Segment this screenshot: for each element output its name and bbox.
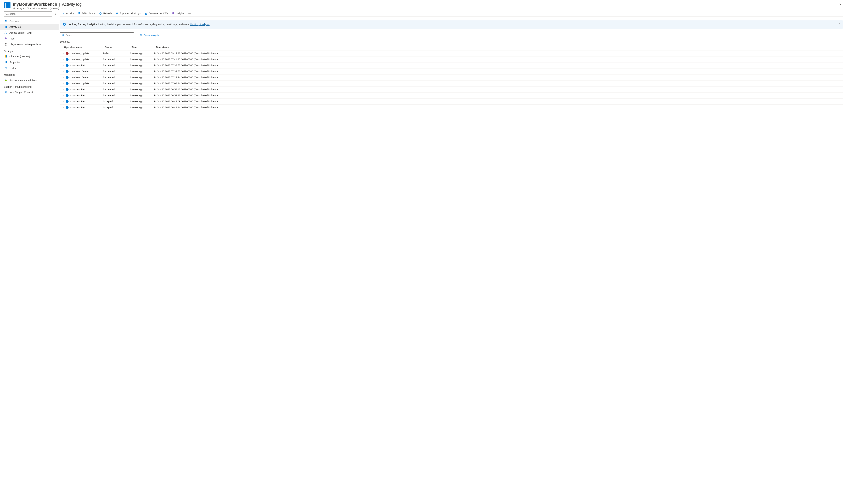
more-icon[interactable]: ··· bbox=[188, 12, 191, 15]
operation-name: instances_Patch bbox=[70, 64, 87, 67]
sidebar-item-label: Properties bbox=[10, 61, 20, 64]
table-row[interactable]: ›instances_PatchSucceeded2 weeks agoFri … bbox=[60, 92, 843, 98]
refresh-button[interactable]: Refresh bbox=[99, 12, 112, 15]
svg-point-54 bbox=[67, 89, 67, 89]
sidebar-search-input[interactable] bbox=[8, 13, 51, 15]
table-row[interactable]: ›chambers_DeleteSucceeded2 weeks agoFri … bbox=[60, 68, 843, 74]
operation-name: chambers_Update bbox=[70, 82, 89, 85]
table-row[interactable]: ›instances_PatchAccepted2 weeks agoFri J… bbox=[60, 104, 843, 110]
properties-icon bbox=[4, 61, 7, 64]
operation-name: instances_Patch bbox=[70, 100, 87, 103]
chevron-right-icon[interactable]: › bbox=[62, 106, 65, 109]
chamber-icon bbox=[4, 55, 7, 58]
info-icon bbox=[66, 88, 69, 91]
banner-link[interactable]: Visit Log Analytics bbox=[190, 23, 210, 26]
grid-header: Operation name Status Time Time stamp bbox=[60, 44, 843, 50]
col-operation[interactable]: Operation name bbox=[62, 46, 105, 49]
chevron-right-icon[interactable]: › bbox=[62, 88, 65, 91]
operation-name: chambers_Delete bbox=[70, 76, 88, 79]
operation-name: chambers_Update bbox=[70, 58, 89, 61]
sidebar-item-diagnose[interactable]: Diagnose and solve problems bbox=[0, 41, 58, 47]
edit-columns-button[interactable]: Edit columns bbox=[77, 12, 95, 15]
status-cell: Succeeded bbox=[103, 58, 129, 61]
overview-icon bbox=[4, 20, 7, 23]
dismiss-banner-icon[interactable]: ✕ bbox=[838, 22, 840, 25]
col-time[interactable]: Time bbox=[132, 46, 156, 49]
svg-point-42 bbox=[67, 65, 67, 65]
activity-log-search[interactable] bbox=[60, 32, 134, 38]
svg-point-63 bbox=[67, 107, 67, 107]
timestamp-cell: Fri Jan 20 2023 06:44:09 GMT+0000 (Coord… bbox=[154, 100, 843, 103]
time-cell: 2 weeks ago bbox=[129, 94, 154, 97]
close-icon[interactable]: ✕ bbox=[838, 2, 843, 7]
chevron-right-icon[interactable]: › bbox=[62, 76, 65, 79]
svg-rect-12 bbox=[6, 61, 6, 63]
quick-insights-button[interactable]: Quick Insights bbox=[140, 34, 159, 37]
main-content: Activity Edit columns Refresh Export Act… bbox=[58, 11, 847, 504]
info-icon bbox=[66, 58, 69, 61]
svg-point-3 bbox=[5, 20, 6, 21]
gear-icon bbox=[116, 12, 118, 15]
table-row[interactable]: ›chambers_DeleteSucceeded2 weeks agoFri … bbox=[60, 74, 843, 80]
sidebar-item-locks[interactable]: Locks bbox=[0, 65, 58, 71]
sidebar-item-overview[interactable]: Overview bbox=[0, 18, 58, 24]
sidebar-item-chamber[interactable]: Chamber (preview) bbox=[0, 54, 58, 59]
svg-rect-43 bbox=[67, 65, 67, 66]
col-status[interactable]: Status bbox=[105, 46, 132, 49]
sidebar-item-activity-log[interactable]: Activity log bbox=[0, 24, 58, 30]
resource-name: myModSimWorkbench bbox=[13, 2, 57, 6]
info-icon bbox=[66, 100, 69, 103]
activity-dropdown[interactable]: Activity bbox=[62, 12, 74, 15]
chevron-right-icon[interactable]: › bbox=[62, 100, 65, 103]
export-button[interactable]: Export Activity Logs bbox=[116, 12, 141, 15]
sidebar-item-access-control[interactable]: Access control (IAM) bbox=[0, 30, 58, 36]
operation-name: instances_Patch bbox=[70, 88, 87, 91]
time-cell: 2 weeks ago bbox=[129, 52, 154, 55]
download-csv-button[interactable]: Download as CSV bbox=[144, 12, 168, 15]
timestamp-cell: Fri Jan 20 2023 07:41:20 GMT+0000 (Coord… bbox=[154, 58, 843, 61]
insights-button[interactable]: Insights bbox=[172, 12, 184, 15]
chevron-right-icon[interactable]: › bbox=[62, 52, 65, 55]
svg-rect-25 bbox=[173, 14, 173, 14]
chevron-right-icon[interactable]: › bbox=[62, 64, 65, 67]
activity-log-search-input[interactable] bbox=[66, 34, 132, 37]
chevron-right-icon[interactable]: › bbox=[62, 94, 65, 97]
svg-rect-55 bbox=[67, 89, 67, 90]
table-row[interactable]: ›chambers_UpdateSucceeded2 weeks agoFri … bbox=[60, 80, 843, 86]
table-row[interactable]: ›instances_PatchAccepted2 weeks agoFri J… bbox=[60, 98, 843, 104]
table-row[interactable]: ›chambers_UpdateFailed2 weeks agoFri Jan… bbox=[60, 50, 843, 56]
download-icon bbox=[144, 12, 147, 15]
sidebar-item-label: Activity log bbox=[10, 25, 21, 28]
support-icon bbox=[4, 91, 7, 94]
timestamp-cell: Fri Jan 20 2023 09:14:28 GMT+0000 (Coord… bbox=[154, 52, 843, 55]
table-row[interactable]: ›chambers_UpdateSucceeded2 weeks agoFri … bbox=[60, 56, 843, 62]
col-timestamp[interactable]: Time stamp bbox=[156, 46, 843, 49]
chevron-right-icon[interactable]: › bbox=[62, 82, 65, 85]
diagnose-icon bbox=[4, 43, 7, 46]
svg-rect-52 bbox=[67, 83, 67, 84]
sidebar-item-properties[interactable]: Properties bbox=[0, 59, 58, 65]
svg-point-22 bbox=[117, 13, 118, 14]
sidebar-item-advisor[interactable]: Advisor recommendations bbox=[0, 77, 58, 83]
sidebar-search[interactable] bbox=[4, 11, 52, 17]
chevron-right-icon[interactable]: › bbox=[62, 58, 65, 61]
time-cell: 2 weeks ago bbox=[129, 82, 154, 85]
table-row[interactable]: ›instances_PatchSucceeded2 weeks agoFri … bbox=[60, 62, 843, 68]
toolbar: Activity Edit columns Refresh Export Act… bbox=[60, 11, 843, 17]
chevron-right-icon[interactable]: › bbox=[62, 70, 65, 73]
operation-name: chambers_Delete bbox=[70, 70, 88, 73]
table-row[interactable]: ›instances_PatchSucceeded2 weeks agoFri … bbox=[60, 86, 843, 92]
svg-point-39 bbox=[67, 58, 67, 59]
operation-name: chambers_Update bbox=[70, 52, 89, 55]
time-cell: 2 weeks ago bbox=[129, 106, 154, 109]
info-icon bbox=[63, 23, 66, 26]
chevron-down-icon bbox=[62, 12, 65, 15]
timestamp-cell: Fri Jan 20 2023 07:34:56 GMT+0000 (Coord… bbox=[154, 70, 843, 73]
sidebar: « Overview Activity log Access control (… bbox=[0, 11, 58, 504]
time-cell: 2 weeks ago bbox=[129, 64, 154, 67]
collapse-sidebar-icon[interactable]: « bbox=[54, 12, 56, 16]
sidebar-item-tags[interactable]: Tags bbox=[0, 36, 58, 41]
svg-rect-11 bbox=[5, 61, 5, 63]
status-cell: Succeeded bbox=[103, 88, 129, 91]
sidebar-item-new-support-request[interactable]: New Support Request bbox=[0, 89, 58, 95]
